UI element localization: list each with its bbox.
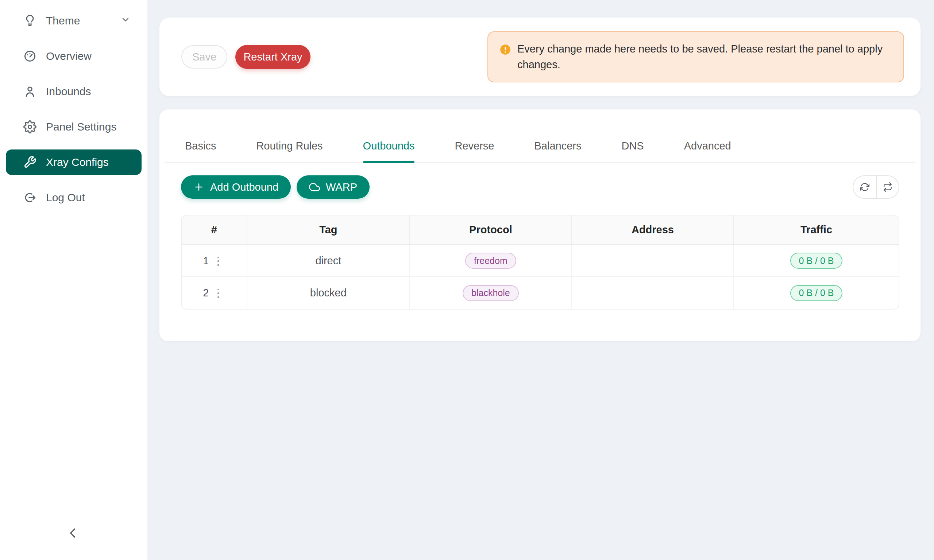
tag-cell: blocked <box>247 277 410 309</box>
row-menu-icon[interactable]: ⋮ <box>211 254 225 267</box>
column-header-index: # <box>182 215 247 245</box>
sidebar: Theme Overview Inbounds Panel Settings X… <box>0 0 147 560</box>
address-cell <box>572 245 734 277</box>
tab-outbounds[interactable]: Outbounds <box>363 132 415 162</box>
tab-advanced[interactable]: Advanced <box>684 132 731 162</box>
sidebar-item-theme[interactable]: Theme <box>6 8 142 34</box>
warp-label: WARP <box>326 181 357 193</box>
add-outbound-label: Add Outbound <box>210 181 278 193</box>
tab-dns[interactable]: DNS <box>621 132 644 162</box>
sidebar-item-label: Panel Settings <box>46 121 116 133</box>
reorder-button[interactable] <box>876 176 899 198</box>
column-header-tag: Tag <box>247 215 410 245</box>
xray-configs-card: Basics Routing Rules Outbounds Reverse B… <box>159 109 920 341</box>
alert-message: Every change made here needs to be saved… <box>517 41 890 72</box>
table-row: 2 ⋮ blocked blackhole 0 B / 0 B <box>182 277 899 309</box>
restart-warning-alert: Every change made here needs to be saved… <box>487 31 904 82</box>
tab-reverse[interactable]: Reverse <box>455 132 494 162</box>
user-icon <box>23 85 37 98</box>
wrench-icon <box>23 156 37 169</box>
index-cell: 2 ⋮ <box>182 277 247 309</box>
sidebar-item-label: Overview <box>46 50 92 62</box>
warp-button[interactable]: WARP <box>297 175 370 199</box>
table-row: 1 ⋮ direct freedom 0 B / 0 B <box>182 245 899 277</box>
sidebar-item-label: Log Out <box>46 191 85 204</box>
gauge-icon <box>23 49 37 63</box>
row-menu-icon[interactable]: ⋮ <box>211 286 225 299</box>
tag-cell: direct <box>247 245 410 277</box>
sidebar-item-xray-configs[interactable]: Xray Configs <box>6 149 142 175</box>
save-button[interactable]: Save <box>181 45 227 69</box>
restart-xray-button[interactable]: Restart Xray <box>235 45 310 69</box>
tab-routing-rules[interactable]: Routing Rules <box>256 132 322 162</box>
column-header-traffic: Traffic <box>734 215 899 245</box>
row-number: 1 <box>203 255 209 267</box>
logout-icon <box>23 191 37 204</box>
sidebar-collapse-button[interactable] <box>61 522 85 545</box>
index-cell: 1 ⋮ <box>182 245 247 277</box>
toolbar-card: Save Restart Xray Every change made here… <box>159 17 920 96</box>
sidebar-item-label: Xray Configs <box>46 156 109 168</box>
chevron-down-icon <box>120 15 131 27</box>
repeat-icon <box>883 182 892 192</box>
column-header-protocol: Protocol <box>410 215 572 245</box>
row-number: 2 <box>203 287 209 299</box>
protocol-cell: freedom <box>410 245 572 277</box>
protocol-badge: blackhole <box>462 285 519 301</box>
plus-icon <box>193 182 204 192</box>
protocol-badge: freedom <box>465 253 516 269</box>
outbounds-table: # Tag Protocol Address Traffic 1 ⋮ <box>181 215 899 309</box>
sidebar-item-panel-settings[interactable]: Panel Settings <box>6 114 142 140</box>
tab-basics[interactable]: Basics <box>185 132 216 162</box>
traffic-badge: 0 B / 0 B <box>790 285 843 301</box>
refresh-button[interactable] <box>853 176 876 198</box>
protocol-cell: blackhole <box>410 277 572 309</box>
sidebar-item-overview[interactable]: Overview <box>6 43 142 69</box>
sidebar-item-label: Inbounds <box>46 85 91 98</box>
tab-bar: Basics Routing Rules Outbounds Reverse B… <box>165 132 915 163</box>
sidebar-item-inbounds[interactable]: Inbounds <box>6 79 142 104</box>
column-header-address: Address <box>572 215 734 245</box>
sidebar-item-label: Theme <box>46 15 80 27</box>
sidebar-item-log-out[interactable]: Log Out <box>6 185 142 210</box>
main-content: Save Restart Xray Every change made here… <box>147 0 934 560</box>
lightbulb-icon <box>23 14 37 27</box>
refresh-icon <box>860 182 869 192</box>
traffic-cell: 0 B / 0 B <box>734 245 899 277</box>
tab-balancers[interactable]: Balancers <box>534 132 581 162</box>
table-tools-group <box>852 175 899 199</box>
warning-icon <box>500 44 511 55</box>
table-header-row: # Tag Protocol Address Traffic <box>182 215 899 245</box>
chevron-left-icon <box>66 526 80 542</box>
gear-icon <box>23 120 37 134</box>
add-outbound-button[interactable]: Add Outbound <box>181 175 291 199</box>
outbounds-actions-row: Add Outbound WARP <box>181 175 899 199</box>
cloud-icon <box>309 182 320 192</box>
address-cell <box>572 277 734 309</box>
traffic-cell: 0 B / 0 B <box>734 277 899 309</box>
traffic-badge: 0 B / 0 B <box>790 253 843 269</box>
